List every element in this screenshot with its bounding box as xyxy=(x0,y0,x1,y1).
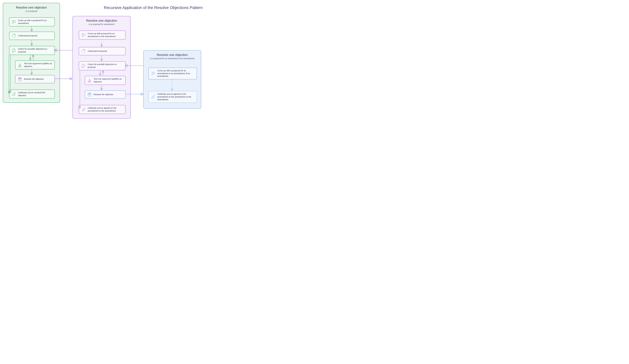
step-label: Celebrate you've agreed on the amendment… xyxy=(157,93,195,101)
confetti-icon xyxy=(151,94,156,99)
presenter-icon xyxy=(11,19,16,24)
svg-point-1 xyxy=(14,34,15,35)
step-celebrate: Celebrate you've agreed on the amendment… xyxy=(149,91,197,103)
panel-subtitle: to a proposal xyxy=(6,10,56,12)
step-label: Come up with a proposal for an amendment xyxy=(18,19,52,25)
thinking-head-icon xyxy=(11,33,16,38)
step-label: Celebrate you've agreed on the amendment… xyxy=(88,107,123,112)
step-label: Come up with proposal for an amendment t… xyxy=(88,32,123,38)
svg-point-22 xyxy=(155,96,155,97)
svg-point-9 xyxy=(15,92,15,93)
step-propose: Come up with a proposal for an amendment xyxy=(9,17,55,26)
panel-title: Resolve one objection xyxy=(76,19,127,22)
svg-point-10 xyxy=(82,33,83,34)
question-bubble-icon xyxy=(11,48,16,53)
svg-point-8 xyxy=(15,93,15,94)
presenter-icon xyxy=(81,33,86,37)
panel-level-3: Resolve one objection to a proposal for … xyxy=(143,50,201,109)
panel-level-2: Resolve one objection to a proposal for … xyxy=(72,16,131,119)
question-bubble-icon xyxy=(81,63,86,68)
step-test-argument: Test one argument qualifies as objection xyxy=(15,60,55,69)
panel-title: Resolve one objection xyxy=(6,6,56,9)
step-resolve-objection: Resolve the objection xyxy=(15,75,55,83)
svg-point-18 xyxy=(85,109,85,109)
step-label: Celebrate you've resolved the objection xyxy=(18,91,52,97)
gift-icon xyxy=(17,77,22,82)
lightning-ripple-icon xyxy=(17,63,22,67)
gift-icon xyxy=(87,92,92,97)
svg-point-23 xyxy=(154,95,155,95)
panel-subtitle: to a proposal for an amendment of an ame… xyxy=(147,57,198,60)
svg-point-11 xyxy=(84,50,84,50)
step-label: Test one argument qualifies as objection xyxy=(24,62,52,68)
step-label: Check for possible objections to proposa… xyxy=(88,63,123,69)
step-understand: Understand proposal xyxy=(9,32,55,40)
step-test-argument: Test one argument qualifies as objection xyxy=(85,76,126,85)
step-label: Resolve the objection xyxy=(94,93,123,96)
panel-subtitle: to a proposal for amendment xyxy=(76,23,127,25)
svg-point-21 xyxy=(154,96,154,96)
lightning-ripple-icon xyxy=(87,78,92,83)
svg-point-0 xyxy=(12,20,13,21)
step-propose: Come up with a proposal for an amendment… xyxy=(149,68,197,79)
confetti-icon xyxy=(81,107,86,112)
step-check-objections: Check for possible objections to proposa… xyxy=(9,46,55,55)
step-label: Come up with a proposal for an amendment… xyxy=(157,69,195,78)
step-label: Understand proposal xyxy=(88,50,123,53)
step-resolve-objection: Resolve the objection xyxy=(85,90,126,99)
step-celebrate: Celebrate you've agreed on the amendment… xyxy=(79,105,126,114)
confetti-icon xyxy=(11,92,16,97)
step-label: Understand proposal xyxy=(18,34,52,37)
step-understand: Understand proposal xyxy=(79,47,126,55)
step-label: Resolve the objection xyxy=(24,78,52,81)
step-celebrate: Celebrate you've resolved the objection xyxy=(9,90,55,99)
step-check-objections: Check for possible objections to proposa… xyxy=(79,61,126,70)
page-title: Recursive Application of the Resolve Obj… xyxy=(104,5,203,10)
step-label: Check for possible objections to proposa… xyxy=(18,48,52,53)
thinking-head-icon xyxy=(81,49,86,54)
svg-point-7 xyxy=(14,93,15,93)
step-label: Test one argument qualifies as objection xyxy=(94,78,123,83)
svg-point-20 xyxy=(152,72,153,73)
panel-level-1: Resolve one objection to a proposal Come… xyxy=(3,3,60,103)
panel-title: Resolve one objection xyxy=(147,53,198,57)
step-propose: Come up with proposal for an amendment t… xyxy=(79,30,126,39)
svg-point-17 xyxy=(84,108,84,109)
presenter-icon xyxy=(151,71,156,76)
svg-point-19 xyxy=(84,108,85,108)
